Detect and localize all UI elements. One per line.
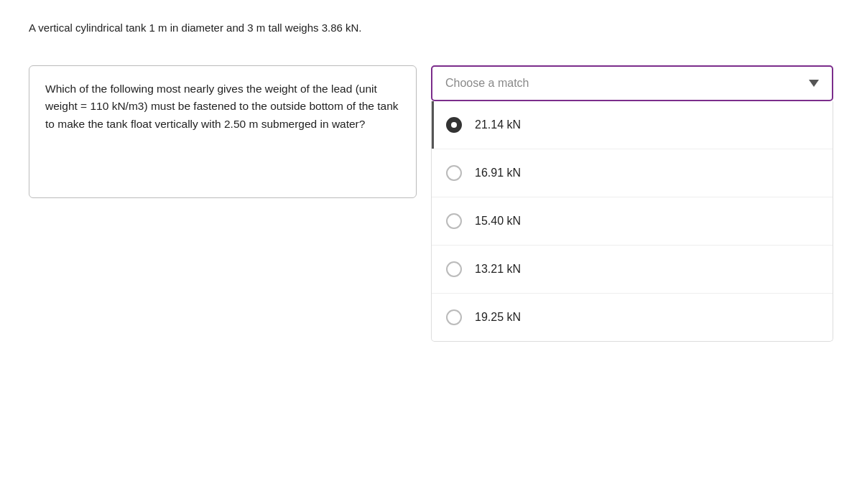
radio-button[interactable] — [446, 165, 462, 181]
option-label: 16.91 kN — [475, 167, 521, 179]
option-item[interactable]: 21.14 kN — [432, 101, 833, 149]
radio-button[interactable] — [446, 261, 462, 277]
choose-match-dropdown[interactable]: Choose a match — [431, 65, 833, 101]
chevron-down-icon — [809, 80, 819, 87]
option-label: 19.25 kN — [475, 311, 521, 324]
option-item[interactable]: 15.40 kN — [432, 197, 833, 245]
option-label: 15.40 kN — [475, 215, 521, 228]
option-item[interactable]: 16.91 kN — [432, 149, 833, 197]
answer-panel: Choose a match 21.14 kN 16.91 kN 15.40 k… — [431, 65, 833, 342]
radio-button[interactable] — [446, 309, 462, 325]
dropdown-placeholder: Choose a match — [445, 77, 529, 90]
question-text: Which of the following most nearly gives… — [45, 83, 399, 131]
option-item[interactable]: 13.21 kN — [432, 245, 833, 293]
question-box: Which of the following most nearly gives… — [29, 65, 417, 198]
option-label: 21.14 kN — [475, 118, 521, 131]
main-content: Which of the following most nearly gives… — [29, 65, 833, 342]
option-item[interactable]: 19.25 kN — [432, 293, 833, 341]
option-label: 13.21 kN — [475, 263, 521, 276]
radio-button-selected[interactable] — [446, 117, 462, 133]
problem-statement: A vertical cylindrical tank 1 m in diame… — [29, 20, 833, 37]
radio-inner-dot — [451, 122, 457, 128]
radio-button[interactable] — [446, 213, 462, 229]
options-list: 21.14 kN 16.91 kN 15.40 kN 13.21 kN — [431, 101, 833, 342]
